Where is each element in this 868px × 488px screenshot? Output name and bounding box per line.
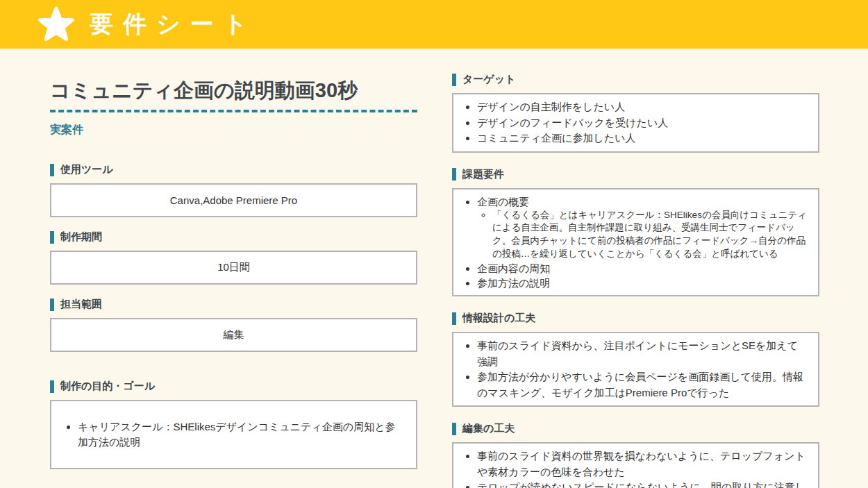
right-column: ターゲットデザインの自主制作をしたい人デザインのフィードバックを受けたい人コミュ…	[452, 49, 819, 488]
header: 要件シート	[0, 0, 868, 49]
heading-accent-bar	[50, 164, 54, 176]
section-list-box: キャリアスクール：SHElikesデザインコミュニティ企画の周知と参加方法の説明	[50, 400, 417, 469]
heading-accent-bar	[50, 380, 54, 393]
list-item: 企画内容の周知	[477, 261, 808, 276]
list-item: デザインのフィードバックを受けたい人	[477, 115, 808, 131]
section-title: 課題要件	[462, 168, 504, 181]
section-target: ターゲットデザインの自主制作をしたい人デザインのフィードバックを受けたい人コミュ…	[452, 73, 819, 153]
bullet-list: 事前のスライド資料の世界観を損なわないように、テロップフォントや素材カラーの色味…	[460, 448, 808, 488]
heading-accent-bar	[452, 423, 456, 435]
section-requirements: 課題要件企画の概要「くるくる会」とはキャリアスクール：SHElikesの会員向け…	[452, 168, 819, 297]
section-heading: 編集の工夫	[452, 422, 819, 435]
section-list-box: デザインの自主制作をしたい人デザインのフィードバックを受けたい人コミュニティ企画…	[452, 93, 819, 153]
heading-accent-bar	[452, 74, 456, 86]
section-list-box: 事前のスライド資料の世界観を損なわないように、テロップフォントや素材カラーの色味…	[452, 442, 819, 488]
section-title: ターゲット	[462, 73, 515, 86]
section-value-box: 編集	[50, 318, 417, 352]
list-item: デザインの自主制作をしたい人	[477, 99, 808, 115]
star-icon	[38, 6, 74, 42]
list-item: キャリアスクール：SHElikesデザインコミュニティ企画の周知と参加方法の説明	[78, 419, 402, 451]
list-item: コミュニティ企画に参加したい人	[477, 131, 808, 146]
content: コミュニティ企画の説明動画30秒 実案件 使用ツールCanva,Adobe Pr…	[0, 49, 868, 488]
section-info-design: 情報設計の工夫事前のスライド資料から、注目ポイントにモーションとSEを加えて強調…	[452, 312, 819, 407]
right-sections: ターゲットデザインの自主制作をしたい人デザインのフィードバックを受けたい人コミュ…	[452, 73, 819, 488]
heading-accent-bar	[452, 312, 456, 325]
app-title: 要件シート	[90, 8, 258, 40]
nested-list: 「くるくる会」とはキャリアスクール：SHElikesの会員向けコミュニティによる…	[477, 209, 808, 262]
bullet-list: キャリアスクール：SHElikesデザインコミュニティ企画の周知と参加方法の説明	[58, 419, 406, 451]
left-column: コミュニティ企画の説明動画30秒 実案件 使用ツールCanva,Adobe Pr…	[50, 49, 417, 488]
section-scope: 担当範囲編集	[50, 298, 417, 352]
project-type-label: 実案件	[50, 123, 417, 137]
section-title: 使用ツール	[60, 163, 113, 176]
heading-accent-bar	[50, 231, 54, 244]
list-item: 参加方法の説明	[477, 276, 808, 290]
heading-accent-bar	[452, 168, 456, 180]
section-title: 情報設計の工夫	[462, 312, 535, 325]
section-title: 担当範囲	[60, 298, 102, 311]
section-goal: 制作の目的・ゴールキャリアスクール：SHElikesデザインコミュニティ企画の周…	[50, 380, 417, 469]
section-title: 制作の目的・ゴール	[60, 380, 155, 393]
heading-accent-bar	[50, 298, 54, 311]
section-value-box: Canva,Adobe Premiere Pro	[50, 183, 417, 217]
section-title: 編集の工夫	[462, 422, 515, 435]
section-heading: 制作期間	[50, 230, 417, 244]
dashed-divider	[50, 110, 417, 112]
list-item: 事前のスライド資料の世界観を損なわないように、テロップフォントや素材カラーの色味…	[477, 448, 808, 480]
section-list-box: 企画の概要「くるくる会」とはキャリアスクール：SHElikesの会員向けコミュニ…	[452, 188, 819, 297]
section-editing: 編集の工夫事前のスライド資料の世界観を損なわないように、テロップフォントや素材カ…	[452, 422, 819, 488]
section-heading: ターゲット	[452, 73, 819, 86]
section-heading: 情報設計の工夫	[452, 312, 819, 325]
section-list-box: 事前のスライド資料から、注目ポイントにモーションとSEを加えて強調参加方法が分か…	[452, 332, 819, 407]
list-item: テロップが読めないスピードにならないように、間の取り方に注意した	[477, 480, 808, 488]
section-heading: 担当範囲	[50, 298, 417, 311]
bullet-list: 事前のスライド資料から、注目ポイントにモーションとSEを加えて強調参加方法が分か…	[460, 338, 808, 401]
list-item: 企画の概要「くるくる会」とはキャリアスクール：SHElikesの会員向けコミュニ…	[477, 194, 808, 262]
left-sections: 使用ツールCanva,Adobe Premiere Pro制作期間10日間担当範…	[50, 163, 417, 469]
section-tools: 使用ツールCanva,Adobe Premiere Pro	[50, 163, 417, 217]
section-period: 制作期間10日間	[50, 230, 417, 285]
section-heading: 課題要件	[452, 168, 819, 181]
section-title: 制作期間	[60, 230, 102, 244]
page-title: コミュニティ企画の説明動画30秒	[50, 78, 417, 103]
list-item: 事前のスライド資料から、注目ポイントにモーションとSEを加えて強調	[477, 338, 808, 369]
list-item: 「くるくる会」とはキャリアスクール：SHElikesの会員向けコミュニティによる…	[492, 209, 808, 262]
section-heading: 使用ツール	[50, 163, 417, 176]
section-value-box: 10日間	[50, 251, 417, 285]
bullet-list: 企画の概要「くるくる会」とはキャリアスクール：SHElikesの会員向けコミュニ…	[460, 194, 808, 291]
section-heading: 制作の目的・ゴール	[50, 380, 417, 393]
bullet-list: デザインの自主制作をしたい人デザインのフィードバックを受けたい人コミュニティ企画…	[460, 99, 808, 146]
list-item: 参加方法が分かりやすいように会員ページを画面録画して使用。情報のマスキング、モザ…	[477, 369, 808, 401]
